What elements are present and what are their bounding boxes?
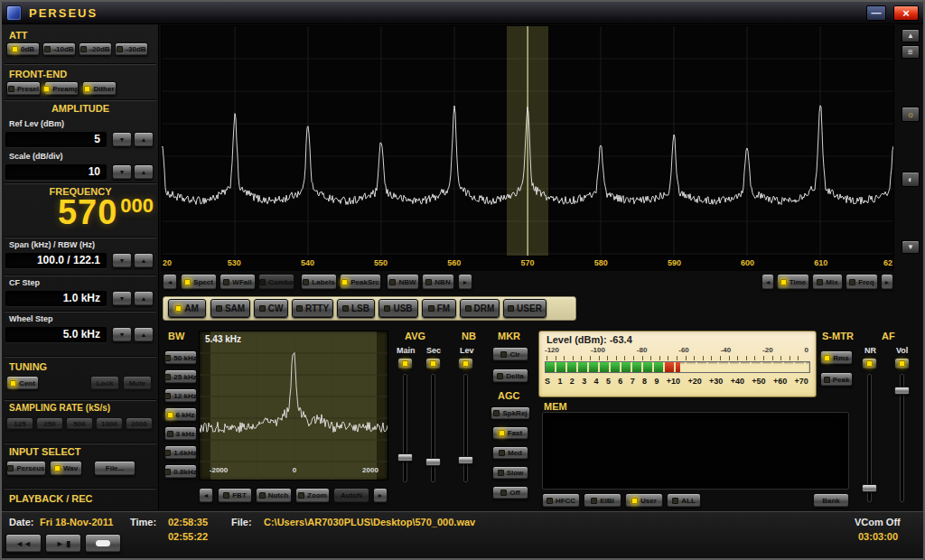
- span-up-button[interactable]: ▲: [134, 253, 154, 268]
- tuning-mute-button[interactable]: Mute: [123, 376, 152, 390]
- mode-rtty-button[interactable]: RTTY: [292, 299, 333, 318]
- agc-f ast-button[interactable]: Fast: [492, 426, 528, 440]
- frequency-display[interactable]: 570000: [5, 195, 154, 233]
- mem-bank-button[interactable]: Bank: [813, 493, 849, 508]
- memory-list[interactable]: [542, 412, 849, 490]
- scale-up-button[interactable]: ▲: [134, 164, 154, 180]
- fbt-button[interactable]: FBT: [218, 488, 252, 503]
- att-30db-button[interactable]: -30dB: [115, 42, 148, 56]
- wheel-up-button[interactable]: ▲: [134, 327, 154, 342]
- tuning-cent-button[interactable]: Cent: [6, 376, 39, 390]
- cf-down-button[interactable]: ▼: [112, 291, 132, 306]
- mem-hfcc-button[interactable]: HFCC: [542, 493, 580, 508]
- mem-user-button[interactable]: User: [625, 493, 663, 508]
- mode-cw-button[interactable]: CW: [254, 299, 288, 318]
- presel-button[interactable]: Presel: [6, 81, 41, 96]
- span-right-button[interactable]: ►: [458, 274, 472, 290]
- bw-6khz-button[interactable]: 6 kHz: [164, 407, 197, 422]
- mode-fm-button[interactable]: FM: [422, 299, 456, 318]
- span-rbw-value[interactable]: 100.0 / 122.1: [5, 253, 107, 268]
- mkr-delta-button[interactable]: Delta: [492, 369, 528, 383]
- spect-button[interactable]: Spect: [181, 274, 217, 290]
- mode-am-button[interactable]: AM: [168, 299, 206, 318]
- agc-slow-button[interactable]: Slow: [492, 466, 528, 480]
- mkr-clr-button[interactable]: Clr: [492, 347, 528, 361]
- nb-level-slider-track[interactable]: [463, 374, 468, 482]
- mem-all-button[interactable]: ALL: [667, 493, 701, 508]
- filter-left-button[interactable]: ◄: [199, 488, 213, 503]
- wfall-button[interactable]: WFall: [220, 274, 256, 290]
- spectrum-menu-button[interactable]: ≡: [902, 45, 920, 59]
- att-10db-button[interactable]: -10dB: [42, 42, 76, 56]
- mix-button[interactable]: Mix: [812, 274, 843, 290]
- reflev-value[interactable]: 5: [5, 132, 107, 147]
- mode-user-button[interactable]: USER: [503, 299, 547, 318]
- time-button[interactable]: Time: [777, 274, 809, 290]
- brightness-button[interactable]: ☼: [902, 107, 920, 122]
- tuning-lock-button[interactable]: Lock: [90, 376, 119, 390]
- avg-sec-slider-track[interactable]: [431, 374, 435, 482]
- volume-slider-handle[interactable]: [894, 387, 910, 395]
- dither-button[interactable]: Dither: [82, 81, 117, 96]
- span-down-button[interactable]: ▼: [112, 253, 132, 268]
- mode-lsb-button[interactable]: LSB: [337, 299, 375, 318]
- close-button[interactable]: ×: [893, 5, 919, 21]
- scale-value[interactable]: 10: [5, 164, 107, 180]
- nb-button[interactable]: [458, 358, 473, 369]
- contrast-button[interactable]: ◐: [902, 172, 920, 187]
- rate-250-button[interactable]: 250: [36, 417, 63, 430]
- rate-125-button[interactable]: 125: [6, 417, 33, 430]
- avg-main-button[interactable]: [397, 358, 413, 369]
- wfall-speed-right-button[interactable]: ►: [881, 274, 893, 290]
- bw-25khz-button[interactable]: 25 kHz: [164, 369, 197, 384]
- att-0db-button[interactable]: 0dB: [6, 42, 40, 56]
- rate-500-button[interactable]: 500: [66, 417, 93, 430]
- notch-button[interactable]: Notch: [256, 488, 292, 503]
- file-button[interactable]: File...: [94, 461, 135, 476]
- avg-sec-slider-handle[interactable]: [425, 458, 441, 466]
- nbn-button[interactable]: NBN: [422, 274, 454, 290]
- rate-1000-button[interactable]: 1000: [96, 417, 123, 430]
- bw-12khz-button[interactable]: 12 kHz: [164, 388, 197, 403]
- freq-button[interactable]: Freq: [846, 274, 878, 290]
- peaksrc-button[interactable]: PeakSrc: [340, 274, 381, 290]
- main-spectrum-display[interactable]: [161, 25, 894, 257]
- minimize-button[interactable]: —: [866, 5, 886, 21]
- agc-spkrej-button[interactable]: SpkRej: [491, 406, 530, 420]
- auton-button[interactable]: AutoN: [333, 488, 369, 503]
- wheel-step-value[interactable]: 5.0 kHz: [5, 327, 107, 342]
- bw-1-6khz-button[interactable]: 1.6kHz: [164, 445, 197, 460]
- agc-med-button[interactable]: Med: [492, 446, 528, 460]
- att-20db-button[interactable]: -20dB: [79, 42, 112, 56]
- input-perseus-button[interactable]: Perseus: [6, 461, 46, 476]
- rate-2000-button[interactable]: 2000: [126, 417, 153, 430]
- mode-sam-button[interactable]: SAM: [210, 299, 250, 318]
- avg-sec-button[interactable]: [425, 358, 441, 369]
- mode-drm-button[interactable]: DRM: [460, 299, 500, 318]
- agc-off-button[interactable]: Off: [492, 486, 528, 499]
- record-button[interactable]: [85, 534, 121, 553]
- af-vol-button[interactable]: [894, 358, 910, 369]
- avg-main-slider-track[interactable]: [403, 374, 407, 482]
- zoom-button[interactable]: Zoom: [295, 488, 330, 503]
- nbw-button[interactable]: NBW: [387, 274, 419, 290]
- nr-slider-track[interactable]: [867, 374, 872, 502]
- scale-down-button[interactable]: ▼: [112, 164, 132, 180]
- play-pause-button[interactable]: ► ▮: [45, 534, 81, 553]
- reflev-down-button[interactable]: ▼: [112, 132, 132, 147]
- wfall-speed-left-button[interactable]: ◄: [761, 274, 774, 290]
- nb-level-slider-handle[interactable]: [458, 456, 473, 464]
- smtr-peak-button[interactable]: Peak: [820, 372, 853, 387]
- mem-eibi-button[interactable]: EIBI: [584, 493, 621, 508]
- input-wav-button[interactable]: Wav: [50, 461, 82, 476]
- preamp-button[interactable]: Preamp: [44, 81, 79, 96]
- spectrum-up-button[interactable]: ▲: [902, 29, 920, 42]
- rewind-button[interactable]: ◄◄: [5, 534, 42, 553]
- avg-main-slider-handle[interactable]: [397, 453, 413, 462]
- mode-usb-button[interactable]: USB: [378, 299, 418, 318]
- af-nr-button[interactable]: [862, 358, 877, 369]
- smtr-rms-button[interactable]: Rms: [820, 350, 853, 365]
- combo-button[interactable]: Combo: [258, 274, 294, 290]
- wheel-down-button[interactable]: ▼: [112, 327, 132, 342]
- span-left-button[interactable]: ◄: [163, 274, 177, 290]
